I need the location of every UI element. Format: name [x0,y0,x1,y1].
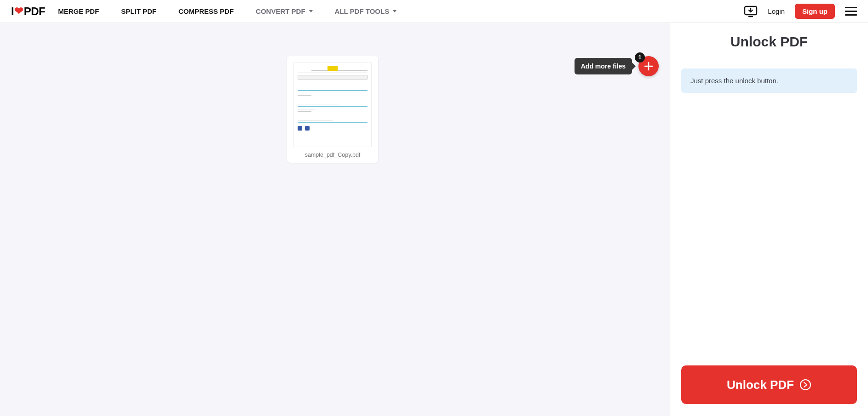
file-thumbnail [293,63,372,147]
unlock-pdf-button[interactable]: Unlock PDF [681,365,857,404]
login-link[interactable]: Login [768,7,785,15]
tooltip-label: Add more files [581,63,626,70]
nav-split-pdf[interactable]: SPLIT PDF [121,7,156,15]
plus-icon [644,61,654,71]
add-more-tooltip: Add more files [575,58,632,74]
logo[interactable]: I ❤ PDF [11,5,45,18]
download-desktop-icon[interactable] [744,6,758,17]
main-canvas: sample_pdf_Copy.pdf Add more files 1 [0,23,670,416]
add-file-button[interactable]: 1 [638,56,659,76]
file-count-badge: 1 [635,52,645,63]
chevron-down-icon [393,10,397,12]
file-card[interactable]: sample_pdf_Copy.pdf [287,56,378,163]
nav-label: SPLIT PDF [121,7,156,15]
svg-point-1 [800,380,811,390]
file-name: sample_pdf_Copy.pdf [293,152,372,158]
sidebar-title: Unlock PDF [679,34,859,50]
nav-convert-pdf[interactable]: CONVERT PDF [256,7,313,15]
info-text: Just press the unlock button. [690,77,778,85]
unlock-label: Unlock PDF [727,378,794,392]
heart-icon: ❤ [14,5,23,17]
sidebar-footer: Unlock PDF [670,356,868,416]
add-more-wrap: Add more files 1 [575,56,659,76]
sidebar: Unlock PDF Just press the unlock button.… [670,23,868,416]
signup-label: Sign up [802,7,828,15]
nav-label: COMPRESS PDF [178,7,234,15]
sidebar-header: Unlock PDF [670,23,868,59]
nav-all-pdf-tools[interactable]: ALL PDF TOOLS [335,7,397,15]
nav-merge-pdf[interactable]: MERGE PDF [58,7,99,15]
nav-compress-pdf[interactable]: COMPRESS PDF [178,7,234,15]
sidebar-body: Just press the unlock button. [670,59,868,356]
nav-label: ALL PDF TOOLS [335,7,390,15]
nav-label: CONVERT PDF [256,7,305,15]
header-right: Login Sign up [744,4,857,19]
login-label: Login [768,7,785,15]
top-nav: I ❤ PDF MERGE PDF SPLIT PDF COMPRESS PDF… [0,0,868,23]
nav-links: MERGE PDF SPLIT PDF COMPRESS PDF CONVERT… [58,7,397,15]
chevron-down-icon [309,10,313,12]
arrow-circle-right-icon [799,379,811,391]
signup-button[interactable]: Sign up [795,4,835,19]
nav-label: MERGE PDF [58,7,99,15]
logo-text-prefix: I [11,5,14,18]
logo-text-suffix: PDF [24,5,46,18]
info-box: Just press the unlock button. [681,68,857,93]
hamburger-menu-icon[interactable] [845,6,857,17]
